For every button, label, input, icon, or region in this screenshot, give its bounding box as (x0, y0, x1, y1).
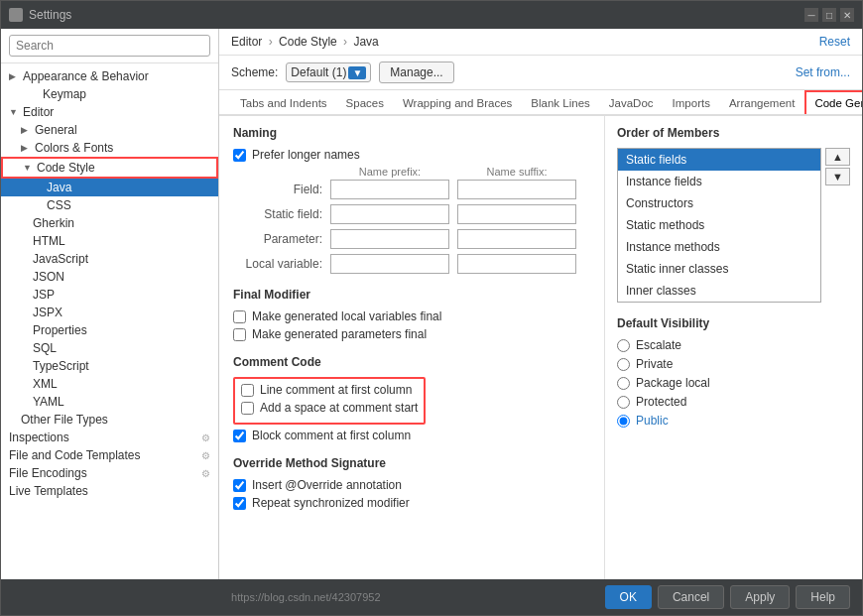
sidebar-item-sql[interactable]: SQL (1, 339, 218, 357)
sidebar-item-other-file-types[interactable]: Other File Types (1, 411, 218, 429)
sidebar-item-appearance-behavior[interactable]: ▶ Appearance & Behavior (1, 67, 218, 85)
repeat-synchronized-row: Repeat synchronized modifier (233, 496, 590, 510)
sidebar-item-label: Other File Types (21, 413, 108, 427)
visibility-private-radio[interactable] (617, 358, 630, 371)
local-variable-inputs (330, 254, 576, 274)
add-space-label: Add a space at comment start (260, 401, 418, 415)
tree-arrow-icon: ▶ (9, 71, 19, 81)
cancel-button[interactable]: Cancel (658, 585, 724, 609)
sidebar-item-inspections[interactable]: Inspections ⚙ (1, 429, 218, 446)
tab-spaces[interactable]: Spaces (337, 91, 393, 114)
right-panel: Editor › Code Style › Java Reset Scheme:… (219, 29, 862, 579)
visibility-private-row: Private (617, 357, 850, 371)
params-final-checkbox[interactable] (233, 328, 246, 341)
tab-code-generation[interactable]: Code Generation (804, 90, 862, 116)
order-item-constructors[interactable]: Constructors (618, 192, 820, 214)
sidebar-item-css[interactable]: CSS (1, 196, 218, 214)
visibility-package-local-radio[interactable] (617, 377, 630, 390)
tree-arrow-icon: ▶ (21, 143, 31, 153)
apply-button[interactable]: Apply (730, 585, 790, 609)
local-final-checkbox[interactable] (233, 310, 246, 323)
prefer-longer-label: Prefer longer names (252, 148, 360, 162)
sidebar-item-general[interactable]: ▶ General (1, 121, 218, 139)
tab-tabs-and-indents[interactable]: Tabs and Indents (231, 91, 336, 114)
order-item-static-inner-classes[interactable]: Static inner classes (618, 258, 820, 280)
sidebar-item-code-style[interactable]: ▼ Code Style (1, 157, 218, 179)
sidebar-item-label: File and Code Templates (9, 448, 141, 462)
sidebar-item-file-encodings[interactable]: File Encodings ⚙ (1, 464, 218, 482)
field-prefix-input[interactable] (330, 180, 449, 199)
sidebar-item-properties[interactable]: Properties (1, 321, 218, 339)
manage-button[interactable]: Manage... (379, 62, 453, 83)
breadcrumb: Editor › Code Style › Java Reset (219, 29, 862, 56)
static-field-row: Static field: (233, 204, 590, 224)
visibility-private-label: Private (636, 357, 673, 371)
comment-code-highlight-box: Line comment at first column Add a space… (233, 377, 426, 425)
sidebar-item-label: HTML (33, 234, 65, 248)
tab-blank-lines[interactable]: Blank Lines (522, 91, 598, 114)
order-item-instance-methods[interactable]: Instance methods (618, 236, 820, 258)
parameter-prefix-input[interactable] (330, 229, 449, 249)
sidebar-item-jspx[interactable]: JSPX (1, 304, 218, 321)
move-down-button[interactable]: ▼ (825, 168, 850, 185)
tab-javadoc[interactable]: JavaDoc (600, 91, 663, 114)
visibility-protected-radio[interactable] (617, 396, 630, 409)
minimize-button[interactable]: ─ (804, 8, 818, 22)
parameter-suffix-input[interactable] (457, 229, 576, 249)
close-button[interactable]: ✕ (840, 8, 854, 22)
sidebar-item-label: JavaScript (33, 252, 88, 266)
static-field-inputs (330, 204, 576, 224)
line-first-col-checkbox[interactable] (241, 384, 254, 397)
scheme-select[interactable]: Default (1) ▼ (286, 62, 371, 82)
set-from-button[interactable]: Set from... (796, 65, 850, 79)
naming-section: Naming Prefer longer names Name prefix: … (233, 126, 590, 274)
sidebar-item-keymap[interactable]: Keymap (1, 85, 218, 103)
sidebar-item-file-and-code-templates[interactable]: File and Code Templates ⚙ (1, 446, 218, 464)
sidebar-item-xml[interactable]: XML (1, 375, 218, 393)
sidebar-item-editor[interactable]: ▼ Editor (1, 103, 218, 121)
order-item-static-fields[interactable]: Static fields (618, 149, 820, 171)
settings-tree: ▶ Appearance & Behavior Keymap ▼ Editor … (1, 63, 218, 579)
move-up-button[interactable]: ▲ (825, 148, 850, 166)
comment-code-title: Comment Code (233, 355, 590, 369)
sidebar-item-typescript[interactable]: TypeScript (1, 357, 218, 375)
local-variable-prefix-input[interactable] (330, 254, 449, 274)
sidebar-item-java[interactable]: Java (1, 179, 218, 196)
prefer-longer-checkbox[interactable] (233, 149, 246, 162)
visibility-escalate-radio[interactable] (617, 339, 630, 352)
ok-button[interactable]: OK (605, 585, 652, 609)
reset-button[interactable]: Reset (819, 35, 850, 49)
file-encodings-icon: ⚙ (201, 468, 210, 479)
local-variable-suffix-input[interactable] (457, 254, 576, 274)
sidebar-item-colors-fonts[interactable]: ▶ Colors & Fonts (1, 139, 218, 157)
tab-arrangement[interactable]: Arrangement (720, 91, 803, 114)
settings-window: Settings ─ □ ✕ ▶ Appearance & Behavior K… (0, 0, 863, 616)
order-item-static-methods[interactable]: Static methods (618, 214, 820, 236)
settings-icon (9, 8, 23, 22)
repeat-synchronized-checkbox[interactable] (233, 497, 246, 510)
scheme-value: Default (1) (291, 65, 346, 79)
sidebar-item-yaml[interactable]: YAML (1, 393, 218, 411)
visibility-public-radio[interactable] (617, 415, 630, 428)
sidebar-item-gherkin[interactable]: Gherkin (1, 214, 218, 232)
sidebar-item-json[interactable]: JSON (1, 268, 218, 286)
order-item-instance-fields[interactable]: Instance fields (618, 171, 820, 192)
sidebar-item-html[interactable]: HTML (1, 232, 218, 250)
default-visibility-section: Default Visibility Escalate Private Pack… (617, 316, 850, 428)
maximize-button[interactable]: □ (822, 8, 836, 22)
static-field-prefix-input[interactable] (330, 204, 449, 224)
sidebar-item-jsp[interactable]: JSP (1, 286, 218, 304)
tab-wrapping-and-braces[interactable]: Wrapping and Braces (394, 91, 521, 114)
order-item-inner-classes[interactable]: Inner classes (618, 280, 820, 302)
sidebar-item-javascript[interactable]: JavaScript (1, 250, 218, 268)
insert-override-checkbox[interactable] (233, 479, 246, 492)
main-content-area: ▶ Appearance & Behavior Keymap ▼ Editor … (1, 29, 862, 579)
add-space-checkbox[interactable] (241, 402, 254, 415)
tab-imports[interactable]: Imports (664, 91, 719, 114)
field-suffix-input[interactable] (457, 180, 576, 199)
help-button[interactable]: Help (796, 585, 850, 609)
sidebar-item-live-templates[interactable]: Live Templates (1, 482, 218, 500)
block-first-col-checkbox[interactable] (233, 430, 246, 442)
static-field-suffix-input[interactable] (457, 204, 576, 224)
search-input[interactable] (9, 35, 210, 57)
